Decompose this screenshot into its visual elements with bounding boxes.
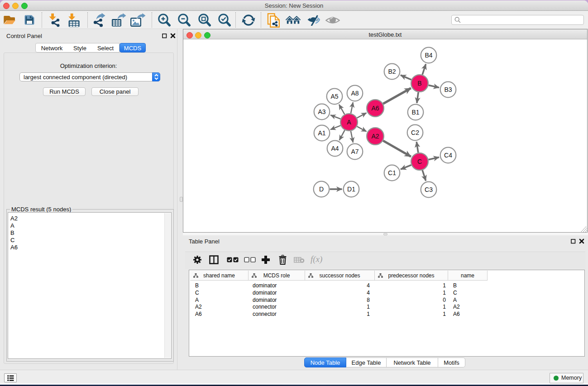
svg-text:A1: A1 [318, 129, 325, 137]
svg-text:C2: C2 [411, 129, 419, 136]
svg-text:A8: A8 [351, 90, 359, 97]
svg-text:B3: B3 [444, 86, 452, 93]
svg-text:A4: A4 [331, 145, 339, 152]
svg-text:C4: C4 [444, 152, 452, 159]
svg-text:B4: B4 [425, 52, 432, 59]
svg-text:C1: C1 [388, 169, 396, 176]
svg-text:C: C [417, 158, 422, 165]
svg-text:A: A [347, 119, 351, 126]
svg-text:B2: B2 [388, 68, 396, 75]
svg-text:B1: B1 [411, 109, 419, 116]
svg-text:A2: A2 [371, 133, 379, 140]
svg-text:D1: D1 [347, 186, 355, 193]
svg-text:A5: A5 [330, 93, 338, 100]
svg-text:B: B [417, 80, 421, 87]
svg-text:C3: C3 [425, 186, 433, 193]
svg-text:A6: A6 [371, 105, 379, 112]
svg-text:D: D [319, 186, 324, 193]
svg-text:A3: A3 [318, 108, 325, 115]
svg-text:A7: A7 [351, 148, 359, 155]
